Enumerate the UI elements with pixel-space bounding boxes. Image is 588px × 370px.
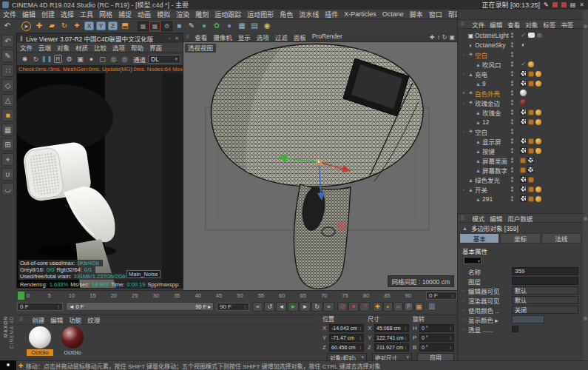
9[interactable]: 9 [458,78,583,88]
menu-item[interactable]: 捕捉 [115,10,135,19]
menu-item[interactable]: 雕刻 [192,10,212,19]
live-selection-icon[interactable]: ➤ [21,21,31,31]
material-preview[interactable] [61,326,84,349]
attribute-menu-item[interactable]: 用户数据 [505,214,535,223]
object-tag[interactable] [520,176,527,183]
window-buttons[interactable]: ▫ ✕ [169,36,180,41]
material-menu-item[interactable]: 功能 [66,315,84,324]
object-name[interactable]: 12 [482,118,489,126]
loop-button[interactable]: ↻ [311,302,322,312]
viewport-menu-item[interactable]: 面板 [291,33,309,41]
object-tag[interactable] [528,71,534,77]
autokey-button[interactable]: ● [348,302,359,312]
object-name[interactable]: 按键 [482,147,495,155]
model-mode-icon[interactable]: ■ [1,109,14,121]
viewport-menu-item[interactable]: 摄像机 [210,33,235,41]
material-menu-item[interactable]: 编辑 [47,315,66,324]
空白[interactable]: - 空白 [458,127,583,136]
attribute-menu-item[interactable]: 模式 [470,214,487,223]
live-viewer-menu-item[interactable]: 比较 [91,43,109,52]
visibility-dots[interactable] [511,71,513,76]
viewport-menu-item[interactable]: 显示 [235,33,254,41]
menu-item[interactable]: 模拟 [154,10,173,19]
record-button[interactable]: ⊘ [337,302,348,312]
material-ball-icon[interactable]: ● [86,56,97,63]
object-tag[interactable] [527,166,534,173]
object-tag[interactable] [535,81,541,87]
屏幕里面[interactable]: 屏幕里面 [458,155,583,165]
coordinate-field[interactable]: 45.068 cm↕ [374,324,409,332]
object-manager-menu-item[interactable]: 书签 [558,20,576,29]
充电[interactable]: - 充电 [458,69,583,78]
visibility-dots[interactable] [511,196,513,201]
texture-mode-icon[interactable]: ▦ [1,124,14,136]
viewport-menu-item[interactable]: 选项 [254,33,272,41]
fan-icon[interactable]: ✱ [19,56,30,63]
attribute-tab[interactable]: 基本 [459,233,499,243]
volume-icon[interactable]: ● [223,21,235,32]
object-tag[interactable] [520,158,526,164]
menu-item[interactable]: 流水线 [296,10,322,19]
attribute-control[interactable] [512,326,518,332]
object-name[interactable]: OctaneLight [475,32,509,39]
pick-focus-icon[interactable]: ◎ [119,56,130,63]
deformer-icon[interactable]: ✿ [211,21,223,32]
object-tag[interactable] [520,70,527,77]
rotate-icon[interactable]: ↻ [58,21,70,32]
object-tag[interactable] [520,32,527,38]
play-backwards-button[interactable]: ↺ [264,302,275,312]
pen-icon[interactable]: ✎ [544,1,549,8]
view-label[interactable]: 透视视图 [185,44,216,53]
expand-toggle-icon[interactable]: - [461,100,467,105]
menu-item[interactable]: 创建 [38,10,58,19]
visibility-dots[interactable] [511,52,513,57]
toggle-view-icon[interactable]: ▣ [449,34,455,41]
pan-view-icon[interactable]: ✚ [430,34,435,41]
pause-render-icon[interactable]: ❚❚ [41,56,53,62]
object-tag[interactable] [528,148,534,154]
menu-item[interactable]: 脚本 [407,10,426,19]
live-viewer-menu-item[interactable]: 对象 [54,43,72,52]
object-tag[interactable] [520,80,527,87]
toolbar-separator[interactable] [132,21,137,32]
attribute-control[interactable]: 关闭 [512,306,578,314]
object-name[interactable]: 绿色发光 [475,175,500,184]
menu-item[interactable]: 编辑 [19,10,38,19]
attribute-control[interactable] [512,277,578,285]
menu-item[interactable]: X-Particles [341,10,379,18]
end-frame-field[interactable]: 90 F↕ [217,303,249,311]
goto-start-button[interactable]: « [252,302,263,312]
object-tag[interactable] [520,109,527,115]
menu-item[interactable]: 窗口 [426,10,445,19]
object-name[interactable]: 玫瑰金边 [475,98,500,107]
object-name[interactable]: 屏幕里面 [482,156,507,165]
snap-icon[interactable]: ∪ [1,168,14,181]
key-position-icon[interactable]: ✚ [373,302,382,312]
空白[interactable]: - 空白 [458,50,583,59]
points-mode-icon[interactable]: ∷ [1,64,14,77]
edges-mode-icon[interactable]: ◇ [1,79,14,92]
menu-item[interactable]: 工具 [77,10,96,19]
brush-icon[interactable]: ✎ [1,50,14,62]
visibility-dots[interactable] [511,81,513,86]
object-tag[interactable] [520,61,527,67]
object-tag[interactable] [535,110,541,115]
spline-pen-icon[interactable]: ✎ [186,21,197,32]
animation-dot-icon[interactable]: ○ [461,298,466,303]
object-tag[interactable] [520,90,527,96]
object-tag[interactable] [520,195,527,202]
keyframe-selection-button[interactable]: ? [359,302,370,312]
object-name[interactable]: 291 [482,195,493,203]
object-tag[interactable] [527,157,534,164]
goto-end-button[interactable]: » [323,302,334,312]
undo-icon[interactable]: ↶ [1,21,13,32]
previous-frame-button[interactable]: ◄ [276,302,287,312]
object-name[interactable]: 显示屏 [482,137,501,146]
object-manager-menu-item[interactable]: 标签 [541,20,558,29]
menu-item[interactable]: Octane [379,10,407,18]
attribute-control[interactable] [512,315,544,323]
object-name[interactable]: 充电 [475,70,487,78]
panel-scrollbar[interactable] [583,10,588,370]
live-viewer-menu-item[interactable]: 材质 [72,43,91,52]
menu-item[interactable]: 渲染 [173,10,192,19]
